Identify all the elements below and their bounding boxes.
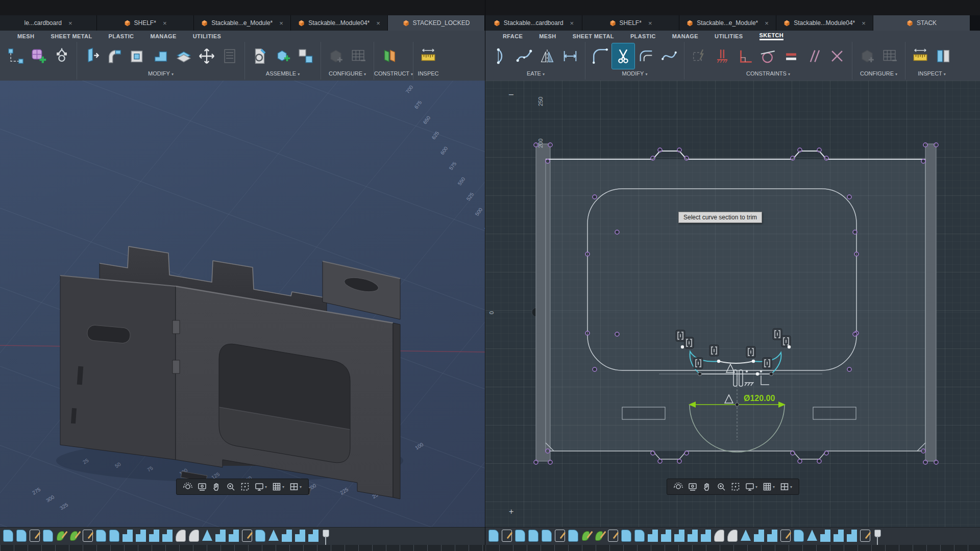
viewports-icon[interactable]: ▾: [778, 481, 794, 492]
mirror-icon[interactable]: [536, 43, 558, 69]
ribbon-tab-utilities[interactable]: UTILITIES: [193, 33, 222, 39]
timeline-feature-loft[interactable]: [268, 530, 279, 541]
ribbon-tab-mesh[interactable]: MESH: [539, 33, 556, 39]
ribbon-tab-manage[interactable]: MANAGE: [672, 33, 698, 39]
pan-icon[interactable]: [210, 481, 223, 492]
document-tab[interactable]: SHELF*×: [97, 15, 194, 31]
equal-icon[interactable]: [780, 43, 802, 69]
timeline-feature-combine[interactable]: [215, 530, 226, 542]
display-icon[interactable]: ▾: [744, 481, 759, 492]
thicken-icon[interactable]: [81, 43, 103, 69]
document-tab[interactable]: Stackable...e_Module*×: [679, 15, 776, 31]
timeline-feature-form[interactable]: [595, 530, 605, 542]
fit-icon[interactable]: [239, 481, 251, 492]
close-icon[interactable]: ×: [648, 19, 652, 27]
timeline-feature-combine[interactable]: [162, 530, 173, 542]
timeline-feature-sketch[interactable]: [30, 530, 40, 542]
ribbon-tab-utilities[interactable]: UTILITIES: [715, 33, 743, 39]
timeline-feature-form[interactable]: [56, 530, 66, 542]
spline-icon[interactable]: [513, 43, 535, 69]
timeline-feature-form[interactable]: [581, 530, 592, 542]
document-tab[interactable]: le...cardboard×: [0, 15, 97, 31]
document-tab[interactable]: STACK: [873, 15, 970, 31]
cardboard-box-model[interactable]: [56, 246, 403, 499]
right-timeline[interactable]: [485, 527, 980, 551]
ribbon-tab-mesh[interactable]: MESH: [17, 33, 34, 39]
joint-icon[interactable]: [5, 43, 27, 69]
right-flap-bar[interactable]: [925, 144, 936, 461]
move-icon[interactable]: [195, 43, 218, 69]
timeline-feature-combine[interactable]: [308, 530, 318, 542]
fit-curve-icon[interactable]: [658, 43, 680, 69]
ribbon-tab-sheetmetal[interactable]: SHEET METAL: [573, 33, 614, 39]
close-icon[interactable]: ×: [279, 19, 283, 27]
timeline-feature-sketch[interactable]: [242, 530, 252, 542]
timeline-feature-extrude[interactable]: [3, 530, 13, 542]
tangent-icon[interactable]: [757, 43, 779, 69]
toolbar-group-label[interactable]: CONSTRUCT▾: [374, 70, 413, 79]
parallel-icon[interactable]: [803, 43, 825, 69]
close-icon[interactable]: ×: [68, 19, 72, 27]
perpendicular-icon[interactable]: [734, 43, 756, 69]
config-table-icon[interactable]: [348, 43, 370, 69]
timeline-feature-extrude[interactable]: [794, 530, 804, 542]
timeline-feature-extrude[interactable]: [621, 530, 631, 542]
close-icon[interactable]: ×: [862, 19, 866, 27]
timeline-feature-combine[interactable]: [122, 530, 133, 542]
combine-icon[interactable]: [150, 43, 172, 69]
left-timeline-track[interactable]: [0, 545, 485, 551]
close-icon[interactable]: ×: [163, 19, 167, 27]
timeline-feature-extrude[interactable]: [528, 530, 538, 542]
derive-icon[interactable]: [295, 43, 317, 69]
right-sketch-viewport[interactable]: Ø120.00: [485, 81, 980, 528]
symmetry-icon[interactable]: [826, 43, 848, 69]
measure-icon[interactable]: [417, 43, 439, 69]
inspect-panel-icon[interactable]: [932, 43, 954, 69]
timeline-feature-fillet[interactable]: [176, 530, 186, 542]
close-icon[interactable]: ×: [570, 19, 574, 27]
zoom-icon[interactable]: [225, 481, 237, 492]
ribbon-tab-plastic[interactable]: PLASTIC: [109, 33, 134, 39]
expand-plus[interactable]: +: [509, 507, 513, 516]
timeline-feature-combine[interactable]: [136, 530, 146, 542]
timeline-feature-combine[interactable]: [229, 530, 239, 542]
timeline-feature-fillet[interactable]: [189, 530, 199, 542]
insert-link-icon[interactable]: [249, 43, 271, 69]
construct-plane-icon[interactable]: [378, 43, 400, 69]
toolbar-group-label[interactable]: CONSTRAINTS▾: [684, 70, 852, 79]
timeline-feature-loft[interactable]: [807, 530, 817, 541]
left-timeline[interactable]: [0, 527, 485, 551]
timeline-feature-combine[interactable]: [295, 530, 305, 542]
timeline-feature-sketch[interactable]: [83, 530, 93, 542]
timeline-feature-combine[interactable]: [754, 530, 764, 542]
document-tab[interactable]: Stackable...Module04*×: [291, 15, 388, 31]
orbit-icon[interactable]: [672, 481, 684, 492]
dimension-icon[interactable]: [559, 43, 581, 69]
toolbar-group-label[interactable]: ASSEMBLE▾: [245, 70, 321, 79]
timeline-feature-extrude[interactable]: [568, 530, 578, 542]
arc-icon[interactable]: [490, 43, 512, 69]
document-tab[interactable]: SHELF*×: [582, 15, 679, 31]
split-face-icon[interactable]: [173, 43, 195, 69]
slot-left[interactable]: [622, 407, 665, 419]
timeline-feature-extrude[interactable]: [542, 530, 552, 542]
timeline-feature-extrude[interactable]: [16, 530, 27, 542]
toolbar-group-label[interactable]: MODIFY▾: [585, 70, 684, 79]
feature-list-icon[interactable]: [218, 43, 241, 69]
timeline-feature-extrude[interactable]: [109, 530, 119, 542]
toolbar-group-label[interactable]: INSPEC: [413, 70, 443, 79]
measure-icon[interactable]: [909, 43, 932, 69]
timeline-feature-fillet[interactable]: [714, 530, 724, 542]
timeline-feature-sketch[interactable]: [502, 530, 512, 542]
toolbar-group-label[interactable]: MODIFY▾: [77, 70, 244, 79]
fillet-sketch-icon[interactable]: [589, 43, 611, 69]
fit-icon[interactable]: [729, 481, 742, 492]
timeline-feature-extrude[interactable]: [634, 530, 645, 542]
timeline-feature-combine[interactable]: [648, 530, 658, 542]
config-table-icon[interactable]: [879, 43, 901, 69]
config-box-icon[interactable]: [856, 43, 878, 69]
offset-icon[interactable]: [635, 43, 657, 69]
new-component-icon[interactable]: [272, 43, 294, 69]
timeline-feature-combine[interactable]: [847, 530, 857, 542]
timeline-feature-sketch[interactable]: [555, 530, 565, 542]
